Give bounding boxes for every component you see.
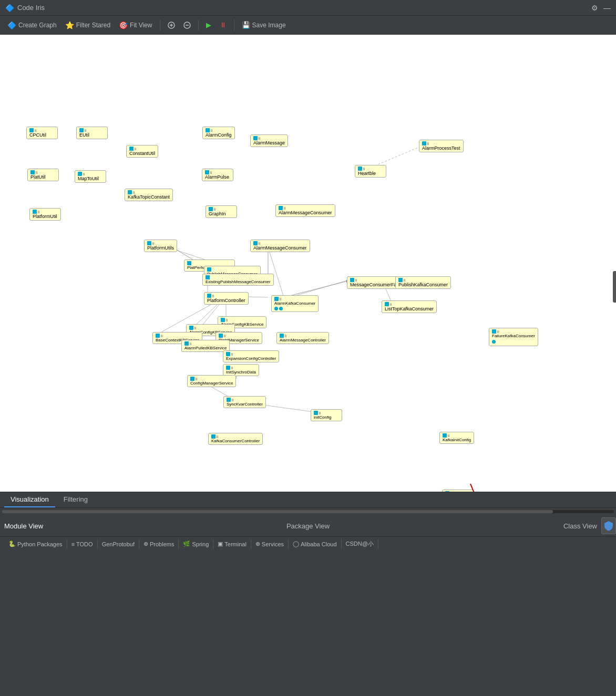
statusbar: 🐍 Python Packages ≡ TODO GenProtobuf ⊕ P…: [0, 536, 616, 551]
node-kafkatopicconstant[interactable]: li KafkaTopicConstant: [125, 189, 173, 201]
node-listtopkafkaconsumer[interactable]: li ListTopKafkaConsumer: [382, 300, 437, 313]
node-publishkafkaconsumer[interactable]: li PublishKafkaConsumer: [395, 276, 451, 289]
panel-tabs: Visualization Filtering: [0, 492, 616, 508]
node-graphin[interactable]: li GraphIn: [206, 205, 237, 218]
node-alarmpulledkbservice[interactable]: li AlarmPulledKBService: [181, 340, 230, 352]
scroll-indicator-right[interactable]: [613, 271, 616, 303]
node-constantutil[interactable]: li ConstantUtil: [126, 145, 158, 158]
red-arrow-indicator: [0, 35, 616, 492]
zoom-in-icon: [168, 22, 175, 29]
fitview-icon: 🎯: [119, 21, 128, 29]
statusbar-genprotobuf[interactable]: GenProtobuf: [98, 540, 139, 548]
zoom-out-icon: [183, 22, 191, 29]
statusbar-python-packages[interactable]: 🐍 Python Packages: [4, 539, 67, 548]
star-icon: ⭐: [65, 21, 74, 29]
statusbar-terminal[interactable]: ▣ Terminal: [213, 539, 251, 548]
horizontal-scrollbar[interactable]: [0, 508, 616, 515]
node-kafkainitconfig[interactable]: li KafkaInitConfig: [439, 432, 474, 444]
shield-icon: [604, 521, 613, 531]
node-cpcutil[interactable]: li CPCUtil: [26, 127, 58, 139]
bottom-panel: Visualization Filtering Module View Pack…: [0, 492, 616, 586]
node-platformutils-main[interactable]: li PlatformUtils: [144, 240, 177, 252]
python-icon: 🐍: [8, 541, 16, 547]
package-view-label[interactable]: Package View: [286, 522, 330, 530]
todo-icon: ≡: [71, 541, 75, 547]
node-alarmmessagecontroller[interactable]: li AlarmMessageController: [276, 332, 329, 344]
class-view-label[interactable]: Class View: [563, 522, 597, 530]
statusbar-services[interactable]: ⊕ Services: [251, 539, 289, 548]
filter-stared-button[interactable]: ⭐ Filter Stared: [62, 19, 114, 31]
node-alarmpulse[interactable]: li AlarmPulse: [202, 169, 233, 181]
scrollbar-track: [2, 510, 614, 513]
play-icon: ▶: [206, 21, 211, 29]
node-initconfig[interactable]: li initConfig: [311, 409, 342, 421]
node-platformcontroller[interactable]: li PlatformController: [204, 292, 249, 305]
shield-button[interactable]: [601, 517, 616, 534]
canvas-area[interactable]: li CPCUtil li EUtil li ConstantUtil li A…: [0, 35, 616, 492]
app-icon: 🔷: [5, 4, 14, 12]
node-failurekafkaconsumer[interactable]: li FailureKafkaConsumer: [489, 328, 538, 346]
play-button[interactable]: ▶: [203, 19, 214, 30]
tab-visualization[interactable]: Visualization: [4, 492, 55, 507]
node-alarmmessageconsumer-top[interactable]: li AlarmMessageConsumer: [275, 204, 335, 217]
toolbar-separator-1: [160, 20, 160, 30]
node-platutil[interactable]: li PlatUtil: [27, 169, 59, 181]
node-alarmconfig[interactable]: li AlarmConfig: [202, 127, 235, 139]
app-title: Code Iris: [17, 4, 45, 12]
fit-view-button[interactable]: 🎯 Fit View: [116, 19, 155, 31]
statusbar-csdn[interactable]: CSDN@小: [342, 539, 378, 549]
minimize-button[interactable]: —: [603, 4, 611, 12]
graph-connections: [0, 35, 616, 492]
tab-filtering[interactable]: Filtering: [57, 492, 94, 507]
settings-icon[interactable]: ⚙: [591, 4, 598, 12]
alibaba-icon: ◯: [293, 541, 299, 547]
svg-line-8: [268, 247, 284, 297]
node-alarmprocesstest[interactable]: li AlarmProcessTest: [419, 140, 464, 152]
zoom-out-button[interactable]: [180, 20, 194, 30]
titlebar-right: ⚙ —: [591, 4, 611, 12]
node-alarmkafkaconsumer[interactable]: li AlarmKafkaConsumer: [271, 295, 319, 312]
node-platformutil-sm[interactable]: li PlatformUtil: [29, 208, 61, 221]
statusbar-alibaba-cloud[interactable]: ◯ Alibaba Cloud: [289, 539, 342, 548]
statusbar-problems[interactable]: ⊕ Problems: [139, 539, 179, 548]
statusbar-todo[interactable]: ≡ TODO: [67, 540, 98, 548]
toolbar: 🔷 Create Graph ⭐ Filter Stared 🎯 Fit Vie…: [0, 16, 616, 35]
pause-icon: ⏸: [220, 21, 227, 29]
services-icon: ⊕: [255, 541, 260, 547]
titlebar: 🔷 Code Iris ⚙ —: [0, 0, 616, 16]
node-alarmmessageconsumer-mid[interactable]: li AlarmMessageConsumer: [250, 240, 310, 252]
module-view-label[interactable]: Module View: [4, 522, 43, 530]
node-maptoutils[interactable]: li MapToUtil: [75, 170, 106, 183]
node-kafkaconsumercontroller[interactable]: li KafkaConsumerController: [208, 433, 263, 445]
node-kafkaconfig[interactable]: li KafkaConfig: [442, 490, 474, 492]
node-existingpublishmsgconsumer[interactable]: ExistingPublishMessageConsumer: [202, 274, 274, 286]
toolbar-separator-3: [234, 20, 234, 30]
node-eutil[interactable]: li EUtil: [76, 127, 108, 139]
problems-icon: ⊕: [143, 541, 148, 547]
view-labels-row: Module View Package View Class View: [0, 515, 616, 536]
scrollbar-thumb[interactable]: [2, 510, 553, 513]
pause-button[interactable]: ⏸: [217, 19, 230, 30]
create-graph-button[interactable]: 🔷 Create Graph: [4, 19, 60, 31]
save-image-button[interactable]: 💾 Save Image: [239, 19, 289, 30]
node-expansionconfigcontroller[interactable]: li ExpansionConfigController: [223, 350, 279, 362]
graph-icon: 🔷: [7, 21, 16, 29]
spring-icon: 🌿: [183, 541, 190, 547]
node-synckvarcontroller[interactable]: li SyncKvarController: [223, 396, 266, 408]
titlebar-left: 🔷 Code Iris: [5, 4, 45, 12]
statusbar-spring[interactable]: 🌿 Spring: [179, 539, 213, 548]
zoom-in-button[interactable]: [165, 20, 178, 30]
node-configmanagerservice[interactable]: li ConfigManagerService: [187, 375, 236, 387]
terminal-icon: ▣: [218, 541, 223, 547]
node-alarmmessage[interactable]: li AlarmMessage: [250, 134, 288, 147]
toolbar-separator-2: [198, 20, 199, 30]
save-icon: 💾: [242, 21, 250, 29]
svg-line-26: [470, 484, 514, 492]
node-heartble[interactable]: li Heartble: [355, 165, 386, 178]
node-initsynchrodata[interactable]: li InitSynchroData: [223, 364, 259, 376]
